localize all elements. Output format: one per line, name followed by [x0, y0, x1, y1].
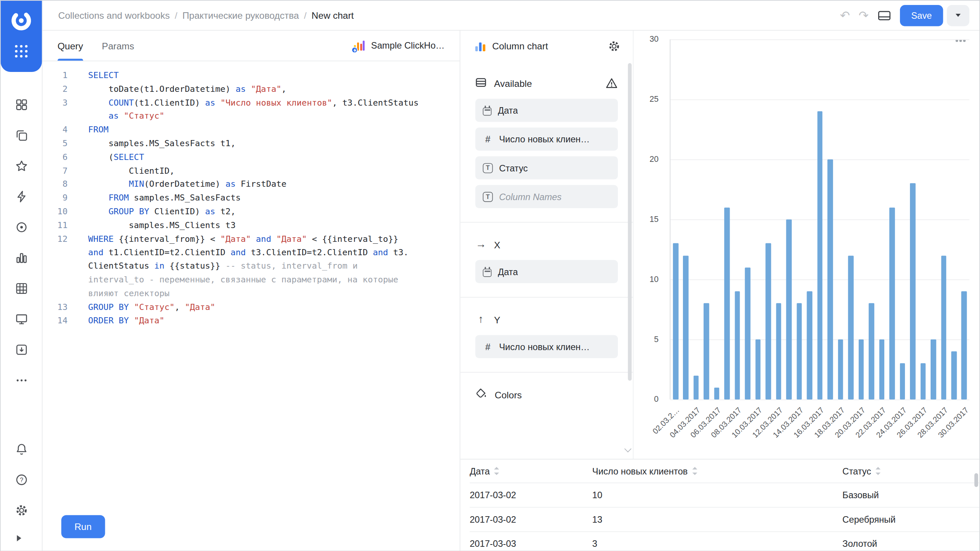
sidebar-editor-icon[interactable]	[1, 181, 42, 212]
chart-bar[interactable]	[869, 303, 874, 399]
config-scrollbar[interactable]	[628, 63, 632, 381]
sidebar-dashboards-icon[interactable]	[1, 90, 42, 120]
run-button[interactable]: Run	[61, 515, 105, 538]
code-line[interactable]: 2 toDate(t1.OrderDatetime) as "Дата",	[42, 82, 460, 96]
code-line[interactable]: as "Статус"	[42, 110, 460, 124]
tab-query[interactable]: Query	[57, 31, 83, 60]
chart-settings-gear-icon[interactable]	[608, 40, 621, 52]
code-line[interactable]: влияют селекторы	[42, 287, 460, 300]
save-options-button[interactable]	[947, 5, 969, 26]
chart-bar[interactable]	[941, 256, 946, 399]
chart-type-selector[interactable]: Column chart	[492, 41, 548, 51]
warning-icon[interactable]	[605, 77, 618, 90]
sidebar-collapse-icon[interactable]	[1, 526, 42, 551]
toggle-panels-icon[interactable]	[877, 8, 891, 22]
sidebar-storage-icon[interactable]	[1, 334, 42, 365]
table-header-cell[interactable]: Статус	[843, 460, 980, 483]
table-scrollbar[interactable]	[974, 473, 978, 487]
code-line[interactable]: 6 (SELECT	[42, 150, 460, 164]
code-line[interactable]: 8 MIN(OrderDatetime) as FirstDate	[42, 178, 460, 192]
dataset-selector[interactable]: Sample ClickHo…	[353, 39, 445, 52]
sort-icon[interactable]	[494, 467, 500, 475]
code-line[interactable]: 7 ClientID,	[42, 164, 460, 178]
code-line[interactable]: 11 samples.MS_Clients t3	[42, 218, 460, 232]
code-line[interactable]: 3 COUNT(t1.ClientID) as "Число новых кли…	[42, 96, 460, 110]
y-tick-label: 10	[650, 274, 659, 284]
chart-bar[interactable]	[694, 375, 699, 399]
settings-gear-icon[interactable]	[1, 495, 42, 526]
sidebar-favorites-icon[interactable]	[1, 151, 42, 181]
undo-icon[interactable]: ↶	[840, 10, 850, 21]
breadcrumb-workbook[interactable]: Практические руководства	[182, 10, 299, 21]
table-header-cell[interactable]: Число новых клиентов	[592, 460, 842, 483]
help-icon[interactable]: ?	[1, 465, 42, 495]
table-cell: Базовый	[843, 483, 980, 508]
chart-bar[interactable]	[931, 339, 936, 399]
sidebar-services-icon[interactable]	[1, 212, 42, 243]
chart-bar[interactable]	[745, 267, 750, 399]
code-line[interactable]: 14ORDER BY "Дата"	[42, 314, 460, 328]
chart-bar[interactable]	[714, 388, 719, 399]
chart-bar[interactable]	[704, 303, 709, 399]
chart-bar[interactable]	[817, 111, 823, 399]
chart-bar[interactable]	[889, 207, 895, 399]
chart-bar[interactable]	[910, 183, 915, 399]
sidebar-charts-icon[interactable]	[1, 243, 42, 273]
chart-bar[interactable]	[807, 292, 812, 399]
chart-bar[interactable]	[683, 256, 689, 399]
notifications-bell-icon[interactable]	[1, 434, 42, 465]
scroll-more-chevron-icon[interactable]	[624, 445, 632, 454]
code-line[interactable]: 4FROM	[42, 123, 460, 137]
code-line[interactable]: 9 FROM samples.MS_SalesFacts	[42, 191, 460, 205]
chart-bar[interactable]	[858, 339, 864, 399]
apps-grid-icon[interactable]	[15, 45, 28, 58]
sidebar-tables-icon[interactable]	[1, 273, 42, 304]
field-chip[interactable]: TСтатус	[475, 156, 618, 179]
field-chip[interactable]: #Число новых клиен…	[475, 127, 618, 150]
chart-bar[interactable]	[724, 207, 730, 399]
chart-bar[interactable]	[755, 339, 761, 399]
field-chip[interactable]: #Число новых клиен…	[475, 335, 618, 358]
sql-editor[interactable]: 1SELECT2 toDate(t1.OrderDatetime) as "Да…	[42, 61, 460, 551]
field-chip[interactable]: Дата	[475, 260, 618, 283]
code-line[interactable]: 13GROUP BY "Статус", "Дата"	[42, 300, 460, 314]
chart-bar[interactable]	[828, 160, 833, 399]
gridline	[670, 39, 969, 40]
sidebar-nav	[1, 90, 42, 396]
chart-bar[interactable]	[766, 243, 771, 399]
code-line[interactable]: 10 GROUP BY ClientID) as t2,	[42, 205, 460, 219]
chart-x-axis: 02.03.2…04.03.201706.03.201708.03.201710…	[670, 401, 970, 457]
chart-bar[interactable]	[951, 351, 957, 399]
sidebar-more-icon[interactable]	[1, 365, 42, 396]
chart-bar[interactable]	[735, 292, 740, 399]
redo-icon[interactable]: ↷	[859, 10, 869, 21]
field-chip[interactable]: TColumn Names	[475, 185, 618, 208]
breadcrumb-collections[interactable]: Collections and workbooks	[58, 10, 170, 21]
table-header-cell[interactable]: Дата	[470, 460, 592, 483]
chart-bar[interactable]	[673, 243, 678, 399]
sidebar-monitoring-icon[interactable]	[1, 304, 42, 334]
code-line[interactable]: 5 samples.MS_SalesFacts t1,	[42, 137, 460, 151]
chart-bar[interactable]	[879, 339, 884, 399]
chart-bar[interactable]	[797, 303, 802, 399]
chart-bar[interactable]	[786, 219, 792, 399]
sort-icon[interactable]	[875, 467, 881, 475]
datalens-logo-icon[interactable]	[7, 6, 36, 35]
save-button[interactable]: Save	[900, 5, 943, 26]
code-line[interactable]: ClientStatus in {{status}} -- status, in…	[42, 259, 460, 273]
code-line[interactable]: 12WHERE {{interval_from}} < "Дата" and "…	[42, 232, 460, 246]
code-line[interactable]: and t1.ClientID=t2.ClientID and t3.Clien…	[42, 246, 460, 260]
chart-bar[interactable]	[900, 364, 905, 399]
code-line[interactable]: interval_to - переменные, связанные с па…	[42, 273, 460, 287]
chart-bar[interactable]	[838, 339, 843, 399]
chart-bar[interactable]	[962, 292, 967, 399]
code-line[interactable]: 1SELECT	[42, 69, 460, 83]
chart-preview: 051015202530 02.03.2…04.03.201706.03.201…	[634, 31, 979, 459]
tab-params[interactable]: Params	[102, 31, 134, 60]
sort-icon[interactable]	[692, 467, 698, 475]
chart-bar[interactable]	[920, 364, 926, 399]
sidebar-collections-icon[interactable]	[1, 120, 42, 151]
chart-bar[interactable]	[848, 256, 854, 399]
chart-bar[interactable]	[776, 303, 781, 399]
field-chip[interactable]: Дата	[475, 99, 618, 122]
